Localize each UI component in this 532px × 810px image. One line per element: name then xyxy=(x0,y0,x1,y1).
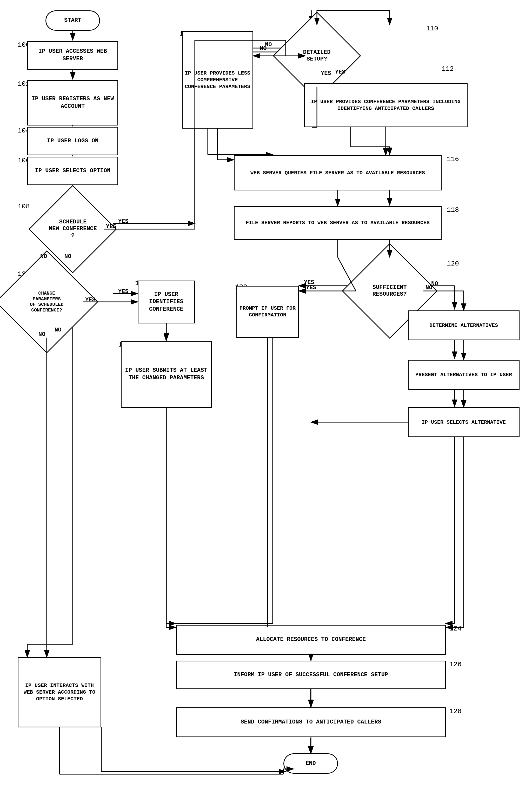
text-106: IP USER SELECTS OPTION xyxy=(33,165,112,177)
shape-142: IP USER INTERACTS WITH WEB SERVER ACCORD… xyxy=(18,657,101,727)
shape-130: DETERMINE ALTERNATIVES xyxy=(408,310,519,340)
no-d108: NO xyxy=(64,253,71,260)
text-126: INFORM IP USER OF SUCCESSFUL CONFERENCE … xyxy=(232,669,390,681)
shape-138: IP USER IDENTIFIES CONFERENCE xyxy=(138,280,195,323)
text-138: IP USER IDENTIFIES CONFERENCE xyxy=(139,289,194,315)
shape-118: FILE SERVER REPORTS TO WEB SERVER AS TO … xyxy=(234,206,441,240)
no-d120-label: NO xyxy=(425,285,432,291)
label-112: 112 xyxy=(441,65,454,73)
yes-d110: YES xyxy=(335,69,345,75)
label-128: 128 xyxy=(449,707,462,715)
label-124: 124 xyxy=(449,625,462,633)
yes-d136: YES xyxy=(118,288,129,295)
yes-d110-label: YES xyxy=(321,70,331,77)
flowchart-diagram: START 100 IP USER ACCESSES WEB SERVER 10… xyxy=(0,0,532,810)
text-128: SEND CONFIRMATIONS TO ANTICIPATED CALLER… xyxy=(239,716,383,728)
yes-d108: YES xyxy=(118,218,129,225)
shape-100: IP USER ACCESSES WEB SERVER xyxy=(27,41,118,70)
text-142: IP USER INTERACTS WITH WEB SERVER ACCORD… xyxy=(18,680,100,704)
yes-d120-label: YES xyxy=(306,285,317,291)
shape-124: ALLOCATE RESOURCES TO CONFERENCE xyxy=(176,625,446,655)
text-134: IP USER SELECTS ALTERNATIVE xyxy=(420,417,508,428)
label-108: 108 xyxy=(18,202,30,210)
label-110: 110 xyxy=(426,25,438,32)
shape-112: IP USER PROVIDES CONFERENCE PARAMETERS I… xyxy=(304,83,468,127)
text-114: IP USER PROVIDES LESS COMPREHENSIVE CONF… xyxy=(183,68,253,92)
text-d136: CHANGEPARAMETERSOF SCHEDULEDCONFERENCE? xyxy=(30,291,64,313)
no-d136: NO xyxy=(54,327,61,333)
text-130: DETERMINE ALTERNATIVES xyxy=(427,320,500,331)
shape-126: INFORM IP USER OF SUCCESSFUL CONFERENCE … xyxy=(176,661,446,689)
shape-106: IP USER SELECTS OPTION xyxy=(27,157,118,185)
shape-122: PROMPT IP USER FOR CONFIRMATION xyxy=(236,286,299,338)
text-118: FILE SERVER REPORTS TO WEB SERVER AS TO … xyxy=(244,217,432,228)
text-112: IP USER PROVIDES CONFERENCE PARAMETERS I… xyxy=(305,96,467,114)
text-104: IP USER LOGS ON xyxy=(45,135,100,147)
label-126: 126 xyxy=(449,661,462,668)
label-120: 120 xyxy=(447,260,459,268)
text-d110: DETAILEDSETUP? xyxy=(303,49,331,63)
shape-d136: CHANGEPARAMETERSOF SCHEDULEDCONFERENCE? xyxy=(0,250,98,353)
no-d108-label: NO xyxy=(40,253,47,260)
end-shape: END xyxy=(284,754,338,774)
shape-134: IP USER SELECTS ALTERNATIVE xyxy=(408,407,519,437)
text-116: WEB SERVER QUERIES FILE SERVER AS TO AVA… xyxy=(248,167,427,178)
label-118: 118 xyxy=(447,206,459,214)
shape-104: IP USER LOGS ON xyxy=(27,127,118,155)
start-label: START xyxy=(62,15,83,27)
no-d136-label: NO xyxy=(38,331,45,338)
yes-d108-label: YES xyxy=(106,223,116,230)
shape-128: SEND CONFIRMATIONS TO ANTICIPATED CALLER… xyxy=(176,707,446,737)
no-d110-label: NO xyxy=(260,46,267,52)
shape-140: IP USER SUBMITS AT LEAST THE CHANGED PAR… xyxy=(121,341,212,408)
text-100: IP USER ACCESSES WEB SERVER xyxy=(28,46,117,65)
text-d120: SUFFICIENTRESOURCES? xyxy=(372,284,407,298)
text-132: PRESENT ALTERNATIVES TO IP USER xyxy=(413,369,514,380)
text-124: ALLOCATE RESOURCES TO CONFERENCE xyxy=(254,634,368,646)
shape-102: IP USER REGISTERS AS NEW ACCOUNT xyxy=(27,80,118,126)
shape-132: PRESENT ALTERNATIVES TO IP USER xyxy=(408,360,519,390)
start-shape: START xyxy=(46,11,100,31)
text-d108: SCHEDULENEW CONFERENCE? xyxy=(49,219,97,239)
label-116: 116 xyxy=(447,155,459,163)
text-140: IP USER SUBMITS AT LEAST THE CHANGED PAR… xyxy=(122,365,211,384)
text-102: IP USER REGISTERS AS NEW ACCOUNT xyxy=(28,93,117,112)
shape-114: IP USER PROVIDES LESS COMPREHENSIVE CONF… xyxy=(182,31,253,129)
shape-116: WEB SERVER QUERIES FILE SERVER AS TO AVA… xyxy=(234,155,441,191)
text-122: PROMPT IP USER FOR CONFIRMATION xyxy=(237,303,298,321)
yes-d136-label: YES xyxy=(85,297,96,303)
end-label: END xyxy=(303,758,318,770)
